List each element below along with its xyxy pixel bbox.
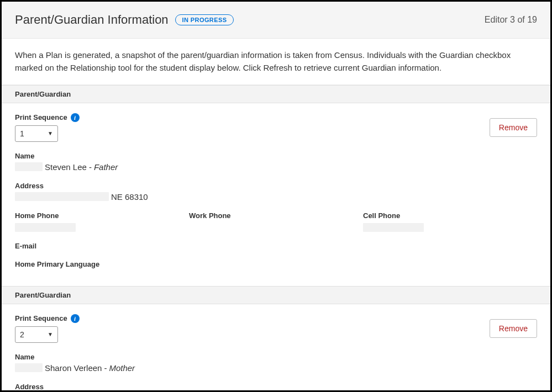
address-label: Address	[15, 383, 537, 391]
remove-button[interactable]: Remove	[490, 319, 537, 338]
print-sequence-label: Print Sequence i	[15, 113, 80, 122]
home-primary-language-label: Home Primary Language	[15, 260, 537, 268]
print-sequence-value: 2	[20, 330, 24, 339]
home-phone-label: Home Phone	[15, 211, 189, 220]
page-title: Parent/Guardian Information	[15, 13, 169, 27]
name-label: Name	[15, 152, 537, 160]
remove-button[interactable]: Remove	[490, 118, 537, 137]
page-header: Parent/Guardian Information IN PROGRESS …	[2, 2, 550, 39]
guardian-name-value: Sharon Verleen - Mother	[15, 363, 537, 373]
guardian-block: Print Sequence i 1 ▼ Remove Name Steven …	[2, 103, 550, 286]
guardian-block: Print Sequence i 2 ▼ Remove Name Sharon …	[2, 304, 550, 393]
work-phone-label: Work Phone	[189, 211, 363, 220]
intro-text: When a Plan is generated, a snapshot of …	[2, 39, 550, 85]
print-sequence-value: 1	[20, 129, 24, 138]
cell-phone-label: Cell Phone	[363, 211, 537, 220]
name-label: Name	[15, 353, 537, 361]
section-header-guardian: Parent/Guardian	[2, 85, 550, 103]
chevron-down-icon: ▼	[48, 130, 53, 136]
info-icon[interactable]: i	[71, 113, 80, 122]
info-icon[interactable]: i	[71, 314, 80, 323]
status-badge: IN PROGRESS	[175, 14, 234, 25]
email-label: E-mail	[15, 242, 537, 250]
home-phone-value	[15, 223, 189, 232]
editor-count: Editor 3 of 19	[485, 15, 537, 25]
guardian-address-value: NE 68310	[15, 192, 537, 202]
print-sequence-label: Print Sequence i	[15, 314, 80, 323]
print-sequence-select[interactable]: 2 ▼	[15, 326, 58, 343]
section-header-guardian: Parent/Guardian	[2, 286, 550, 304]
guardian-name-value: Steven Lee - Father	[15, 162, 537, 172]
address-label: Address	[15, 182, 537, 190]
print-sequence-select[interactable]: 1 ▼	[15, 125, 58, 142]
cell-phone-value	[363, 223, 537, 232]
chevron-down-icon: ▼	[48, 331, 53, 337]
